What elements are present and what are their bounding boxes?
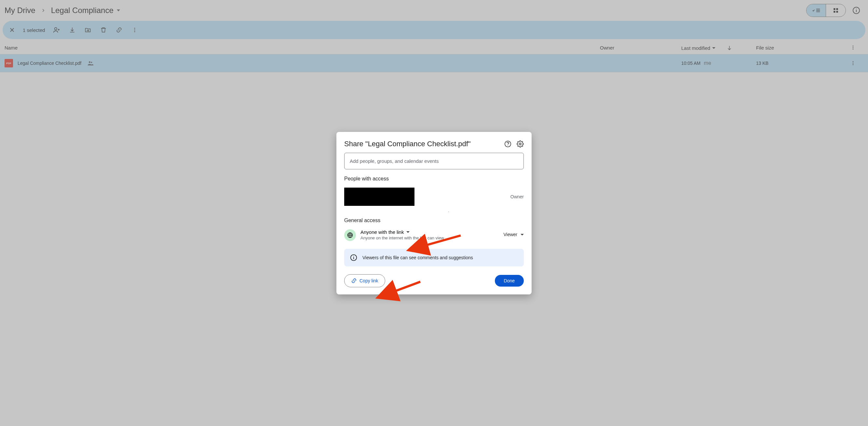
gear-icon[interactable]	[517, 140, 524, 147]
role-dropdown[interactable]: Viewer	[503, 232, 524, 237]
dialog-title: Share "Legal Compliance Checklist.pdf"	[344, 140, 471, 148]
link-icon	[351, 278, 357, 284]
people-with-access-label: People with access	[344, 176, 524, 182]
role-label: Viewer	[503, 232, 517, 237]
owner-role: Owner	[510, 194, 524, 199]
caret-down-icon	[406, 231, 410, 233]
notice-text: Viewers of this file can see comments an…	[363, 255, 473, 260]
globe-icon	[344, 229, 356, 241]
svg-point-30	[507, 145, 508, 146]
add-people-input[interactable]: Add people, groups, and calendar events	[344, 153, 524, 169]
svg-point-35	[353, 256, 354, 257]
svg-point-31	[519, 143, 521, 145]
info-icon	[350, 254, 357, 261]
copy-link-button[interactable]: Copy link	[344, 274, 385, 287]
caret-down-icon	[521, 234, 524, 235]
general-access-label: General access	[344, 218, 524, 223]
notice-banner: Viewers of this file can see comments an…	[344, 249, 524, 266]
access-scope-label: Anyone with the link	[361, 229, 404, 235]
owner-info-redacted	[344, 188, 414, 206]
done-button[interactable]: Done	[495, 275, 524, 287]
access-scope-dropdown[interactable]: Anyone with the link	[361, 229, 444, 235]
help-icon[interactable]	[504, 140, 512, 147]
dot-indicator: .	[344, 209, 524, 211]
copy-link-label: Copy link	[360, 278, 378, 283]
share-dialog: Share "Legal Compliance Checklist.pdf" A…	[336, 132, 532, 294]
access-description: Anyone on the internet with the link can…	[361, 235, 444, 240]
